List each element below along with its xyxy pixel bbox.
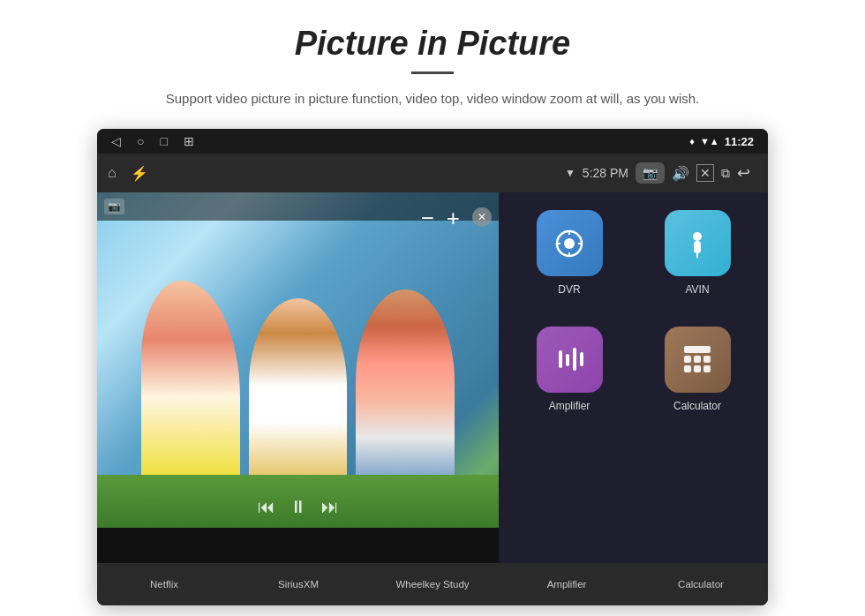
pip-container[interactable]: 📷 − + ✕ ⏮ ⏸ ⏭ xyxy=(97,192,499,528)
bottom-label-netflix: Netflix xyxy=(97,579,231,590)
camera-button[interactable]: 📷 xyxy=(636,162,665,184)
wifi-icon: ▼▲ xyxy=(700,136,719,146)
avin-icon-box xyxy=(665,210,731,276)
recent-icon[interactable]: □ xyxy=(160,134,167,148)
pip-cam-icon: 📷 xyxy=(104,199,124,214)
amplifier-icon xyxy=(553,343,585,375)
status-time: 11:22 xyxy=(725,135,754,148)
pip-controls: − + ✕ xyxy=(414,192,499,237)
pip-plus-button[interactable]: + xyxy=(447,205,460,232)
usb-icon[interactable]: ⚡ xyxy=(131,165,148,182)
status-bar-nav: ◁ ○ □ ⊞ xyxy=(111,134,194,148)
bottom-label-siriusxm: SiriusXM xyxy=(231,579,365,590)
location-icon: ♦ xyxy=(689,136,695,146)
svg-rect-15 xyxy=(694,356,701,363)
pip-close-button[interactable]: ✕ xyxy=(472,207,492,227)
dvr-icon-box xyxy=(537,210,603,276)
toolbar-left: ⌂ ⚡ xyxy=(108,165,148,182)
title-divider xyxy=(411,71,454,74)
bottom-label-amplifier: Amplifier xyxy=(500,579,634,590)
top-toolbar: ⌂ ⚡ ▼ 5:28 PM 📷 🔊 ✕ ⧉ ↩ xyxy=(97,154,768,192)
back-icon[interactable]: ◁ xyxy=(111,134,121,148)
wifi-toolbar-icon: ▼ xyxy=(565,167,575,179)
device-frame: ◁ ○ □ ⊞ ♦ ▼▲ 11:22 ⌂ ⚡ ▼ 5:28 PM 📷 xyxy=(97,129,768,605)
home-toolbar-icon[interactable]: ⌂ xyxy=(108,165,117,181)
dvr-label: DVR xyxy=(558,283,580,296)
bottom-label-wheelkey: Wheelkey Study xyxy=(365,579,500,590)
svg-rect-14 xyxy=(684,356,691,363)
status-bar: ◁ ○ □ ⊞ ♦ ▼▲ 11:22 xyxy=(97,129,768,154)
close-icon[interactable]: ✕ xyxy=(696,164,714,182)
svg-rect-16 xyxy=(703,356,711,363)
menu-icon[interactable]: ⊞ xyxy=(184,134,194,148)
play-pause-button[interactable]: ⏸ xyxy=(290,497,307,517)
svg-rect-19 xyxy=(703,365,711,372)
bottom-label-calculator: Calculator xyxy=(634,579,768,590)
main-content: 📷 − + ✕ ⏮ ⏸ ⏭ xyxy=(97,192,768,563)
person-2 xyxy=(249,298,348,475)
prev-button[interactable]: ⏮ xyxy=(258,497,275,517)
avin-app[interactable]: AVIN xyxy=(640,210,755,313)
avin-label: AVIN xyxy=(685,283,709,296)
svg-rect-17 xyxy=(684,365,691,372)
pip-icon[interactable]: ⧉ xyxy=(721,166,730,181)
next-button[interactable]: ⏭ xyxy=(321,497,339,517)
svg-point-1 xyxy=(564,238,575,249)
svg-rect-18 xyxy=(694,365,701,372)
person-1 xyxy=(141,281,240,475)
toolbar-time: 5:28 PM xyxy=(583,166,628,180)
pip-minus-button[interactable]: − xyxy=(421,205,434,232)
page-subtitle: Support video picture in picture functio… xyxy=(166,88,699,109)
home-icon[interactable]: ○ xyxy=(137,134,144,148)
volume-icon[interactable]: 🔊 xyxy=(672,165,689,182)
calculator-label: Calculator xyxy=(673,400,721,412)
person-3 xyxy=(356,289,455,475)
avin-icon xyxy=(681,228,713,259)
svg-rect-7 xyxy=(694,241,701,253)
calculator-icon-box xyxy=(665,327,731,393)
amplifier-app[interactable]: Amplifier xyxy=(512,327,627,430)
amplifier-label: Amplifier xyxy=(549,400,590,412)
svg-rect-9 xyxy=(559,350,562,368)
calculator-app[interactable]: Calculator xyxy=(640,327,755,430)
svg-rect-13 xyxy=(684,346,711,353)
status-bar-right: ♦ ▼▲ 11:22 xyxy=(689,135,754,148)
pip-video-bg: 📷 − + ✕ ⏮ ⏸ ⏭ xyxy=(97,192,499,528)
camera-icon: 📷 xyxy=(643,166,658,180)
toolbar-center: ▼ 5:28 PM 📷 🔊 ✕ ⧉ ↩ xyxy=(157,162,750,184)
apps-grid: DVR AVIN xyxy=(499,192,768,563)
pip-playback: ⏮ ⏸ ⏭ xyxy=(258,497,339,517)
page-wrapper: Picture in Picture Support video picture… xyxy=(0,0,865,605)
svg-rect-10 xyxy=(566,354,569,366)
dvr-app[interactable]: DVR xyxy=(512,210,627,313)
people-scene xyxy=(141,263,455,475)
svg-point-6 xyxy=(693,232,702,241)
page-title: Picture in Picture xyxy=(295,25,571,63)
svg-rect-12 xyxy=(580,352,583,366)
bottom-labels: Netflix SiriusXM Wheelkey Study Amplifie… xyxy=(97,563,768,605)
svg-rect-11 xyxy=(573,348,576,371)
calculator-icon xyxy=(681,342,714,376)
back-toolbar-icon[interactable]: ↩ xyxy=(737,163,750,183)
dvr-icon xyxy=(553,228,585,259)
amplifier-icon-box xyxy=(537,327,603,393)
